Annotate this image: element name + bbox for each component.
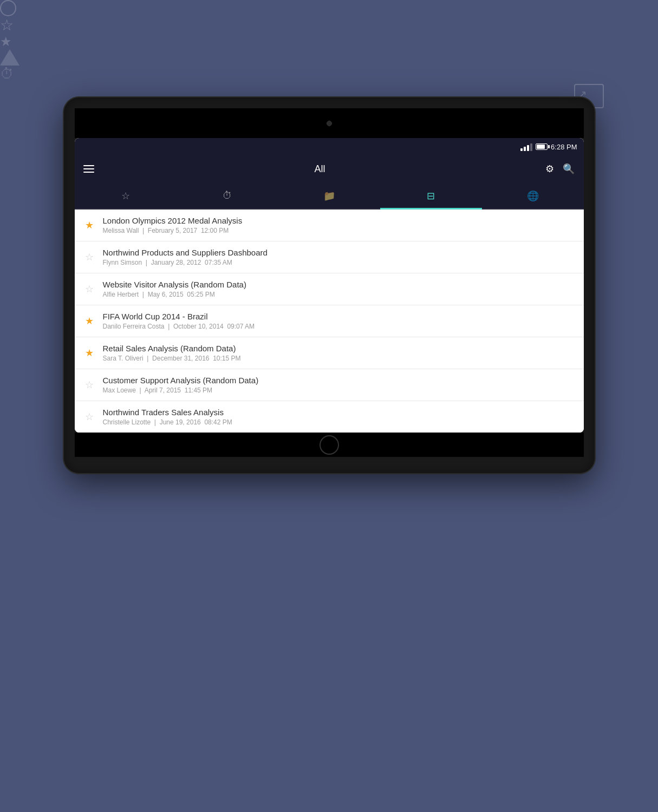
- signal-bar-1: [520, 148, 523, 151]
- item-title-3: Website Visitor Analysis (Random Data): [103, 280, 575, 289]
- menu-line-2: [83, 168, 94, 169]
- battery-fill: [537, 145, 545, 149]
- item-meta-4: Danilo Ferreira Costa | October 10, 2014…: [103, 323, 575, 330]
- tablet-screen: 6:28 PM All ⚙ 🔍 ☆: [75, 138, 584, 433]
- content-list: ★ London Olympics 2012 Medal Analysis Me…: [75, 209, 584, 433]
- item-meta-6: Max Loewe | April 7, 2015 11:45 PM: [103, 387, 575, 394]
- tab-bar: ☆ ⏱ 📁 ⊟ 🌐: [75, 182, 584, 209]
- recent-tab-icon: ⏱: [223, 190, 232, 201]
- item-title-4: FIFA World Cup 2014 - Brazil: [103, 312, 575, 321]
- tablet-top-bar: [75, 108, 584, 138]
- item-star-1[interactable]: ★: [83, 219, 95, 231]
- item-star-2[interactable]: ☆: [83, 251, 95, 263]
- signal-bar-3: [527, 145, 529, 151]
- filter-icon[interactable]: ⚙: [545, 163, 554, 175]
- item-star-4[interactable]: ★: [83, 315, 95, 327]
- item-star-5[interactable]: ★: [83, 347, 95, 359]
- tablet-device: 6:28 PM All ⚙ 🔍 ☆: [64, 97, 595, 473]
- bg-triangle-decoration: [0, 49, 19, 66]
- tab-favorites[interactable]: ☆: [75, 184, 177, 209]
- menu-button[interactable]: [83, 165, 94, 173]
- item-meta-3: Alfie Herbert | May 6, 2015 05:25 PM: [103, 291, 575, 298]
- item-meta-5: Sara T. Oliveri | December 31, 2016 10:1…: [103, 355, 575, 362]
- tab-recent[interactable]: ⏱: [177, 184, 278, 209]
- tab-files[interactable]: 📁: [278, 184, 380, 209]
- tablet-bottom-bar: [75, 433, 584, 457]
- item-title-5: Retail Sales Analysis (Random Data): [103, 344, 575, 353]
- menu-line-3: [83, 172, 94, 173]
- topbar-title: All: [314, 163, 325, 175]
- item-content-6: Customer Support Analysis (Random Data) …: [103, 376, 575, 394]
- battery-icon: [536, 143, 548, 150]
- status-time: 6:28 PM: [551, 143, 577, 151]
- bg-circle-decoration: [0, 0, 16, 16]
- item-content-7: Northwind Traders Sales Analysis Christe…: [103, 408, 575, 426]
- tablet-camera: [327, 121, 332, 126]
- files-tab-icon: 📁: [323, 190, 335, 202]
- signal-bar-4: [530, 143, 532, 151]
- bg-clock-decoration: ⏱: [0, 66, 658, 82]
- list-item[interactable]: ★ London Olympics 2012 Medal Analysis Me…: [75, 209, 584, 241]
- item-star-6[interactable]: ☆: [83, 379, 95, 391]
- list-item[interactable]: ☆ Website Visitor Analysis (Random Data)…: [75, 273, 584, 305]
- bg-star-left-decoration: ★: [0, 34, 658, 49]
- item-content-2: Northwind Products and Suppliers Dashboa…: [103, 248, 575, 266]
- bg-star-top-decoration: ☆: [0, 16, 658, 34]
- list-item[interactable]: ☆ Northwind Products and Suppliers Dashb…: [75, 241, 584, 273]
- list-item[interactable]: ☆ Customer Support Analysis (Random Data…: [75, 369, 584, 401]
- item-content-5: Retail Sales Analysis (Random Data) Sara…: [103, 344, 575, 362]
- home-button[interactable]: [320, 435, 339, 455]
- list-tab-icon: ⊟: [427, 190, 435, 202]
- item-meta-1: Melissa Wall | February 5, 2017 12:00 PM: [103, 227, 575, 234]
- item-meta-2: Flynn Simson | January 28, 2012 07:35 AM: [103, 259, 575, 266]
- item-title-7: Northwind Traders Sales Analysis: [103, 408, 575, 417]
- list-item[interactable]: ☆ Northwind Traders Sales Analysis Chris…: [75, 401, 584, 433]
- status-bar: 6:28 PM: [75, 138, 584, 155]
- globe-tab-icon: 🌐: [527, 190, 539, 202]
- item-content-3: Website Visitor Analysis (Random Data) A…: [103, 280, 575, 298]
- favorites-tab-icon: ☆: [121, 190, 130, 202]
- menu-line-1: [83, 165, 94, 166]
- topbar-icons: ⚙ 🔍: [545, 163, 575, 175]
- item-title-2: Northwind Products and Suppliers Dashboa…: [103, 248, 575, 257]
- tab-globe[interactable]: 🌐: [482, 184, 584, 209]
- item-title-6: Customer Support Analysis (Random Data): [103, 376, 575, 385]
- tablet-outer-shell: 6:28 PM All ⚙ 🔍 ☆: [64, 97, 595, 473]
- tab-list[interactable]: ⊟: [380, 184, 482, 209]
- item-star-7[interactable]: ☆: [83, 411, 95, 423]
- item-content-4: FIFA World Cup 2014 - Brazil Danilo Ferr…: [103, 312, 575, 330]
- item-meta-7: Christelle Lizotte | June 19, 2016 08:42…: [103, 418, 575, 426]
- signal-icon: [520, 142, 532, 151]
- item-star-3[interactable]: ☆: [83, 283, 95, 295]
- signal-bar-2: [524, 147, 526, 151]
- item-content-1: London Olympics 2012 Medal Analysis Meli…: [103, 216, 575, 234]
- item-title-1: London Olympics 2012 Medal Analysis: [103, 216, 575, 225]
- app-topbar: All ⚙ 🔍: [75, 155, 584, 182]
- list-item[interactable]: ★ FIFA World Cup 2014 - Brazil Danilo Fe…: [75, 305, 584, 337]
- list-item[interactable]: ★ Retail Sales Analysis (Random Data) Sa…: [75, 337, 584, 369]
- search-icon[interactable]: 🔍: [563, 163, 575, 175]
